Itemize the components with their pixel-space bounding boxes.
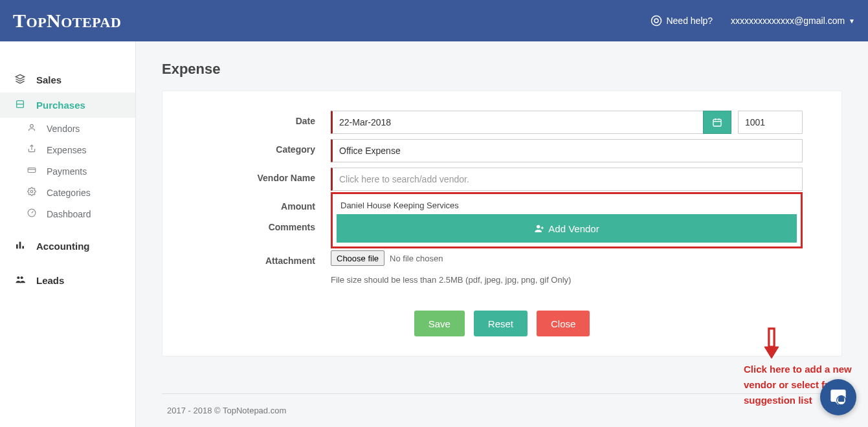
svg-point-15 bbox=[17, 276, 19, 279]
footer-copyright: 2017 - 2018 © TopNotepad.com bbox=[162, 393, 842, 427]
datepicker-button[interactable] bbox=[703, 111, 731, 134]
share-icon bbox=[26, 144, 38, 155]
add-vendor-label: Add Vendor bbox=[548, 223, 599, 234]
sidebar-item-categories[interactable]: Categories bbox=[0, 182, 135, 203]
svg-rect-14 bbox=[22, 246, 24, 248]
svg-line-11 bbox=[32, 212, 33, 213]
number-input[interactable] bbox=[738, 111, 803, 134]
file-status: No file chosen bbox=[390, 254, 443, 263]
annotation-arrow-icon bbox=[763, 327, 780, 360]
vendor-input[interactable] bbox=[331, 168, 803, 191]
file-hint: File size should be less than 2.5MB (pdf… bbox=[331, 275, 803, 285]
chart-icon bbox=[14, 240, 26, 252]
label-category: Category bbox=[201, 139, 331, 155]
help-icon bbox=[651, 15, 662, 27]
expense-form: Date Category Vendor bbox=[162, 91, 842, 356]
label-date: Date bbox=[201, 111, 331, 126]
label-vendor: Vendor Name bbox=[201, 168, 331, 183]
chat-widget[interactable] bbox=[820, 379, 856, 415]
svg-point-0 bbox=[652, 16, 662, 26]
date-input[interactable] bbox=[331, 111, 703, 134]
sidebar-label: Accounting bbox=[36, 241, 90, 252]
sidebar-label: Leads bbox=[36, 275, 64, 286]
svg-point-16 bbox=[21, 276, 23, 279]
sidebar-item-vendors[interactable]: Vendors bbox=[0, 118, 135, 139]
svg-point-21 bbox=[537, 225, 540, 228]
category-input[interactable] bbox=[331, 139, 803, 162]
label-amount: Amount bbox=[201, 196, 331, 212]
layers-icon bbox=[14, 74, 26, 86]
add-vendor-button[interactable]: Add Vendor bbox=[337, 214, 797, 243]
user-icon bbox=[26, 123, 38, 134]
sidebar-sub-label: Categories bbox=[47, 188, 91, 198]
sidebar-sub-label: Vendors bbox=[47, 124, 80, 134]
user-menu[interactable]: xxxxxxxxxxxxxx@gmail.com ▼ bbox=[731, 16, 855, 26]
sidebar-item-dashboard[interactable]: Dashboard bbox=[0, 203, 135, 224]
sidebar-sub-label: Expenses bbox=[47, 145, 86, 155]
chat-icon bbox=[829, 388, 847, 406]
brand-logo: TOPNOTEPAD bbox=[13, 10, 121, 32]
sidebar-item-expenses[interactable]: Expenses bbox=[0, 139, 135, 160]
choose-file-button[interactable]: Choose file bbox=[331, 250, 384, 266]
user-email: xxxxxxxxxxxxxx@gmail.com bbox=[731, 16, 845, 26]
sidebar: Sales Purchases Vendors Expenses Payment… bbox=[0, 41, 136, 427]
help-label: Need help? bbox=[666, 16, 713, 26]
top-bar: TOPNOTEPAD Need help? xxxxxxxxxxxxxx@gma… bbox=[0, 0, 868, 41]
gauge-icon bbox=[26, 208, 38, 219]
svg-marker-25 bbox=[764, 347, 779, 358]
close-button[interactable]: Close bbox=[537, 311, 590, 336]
page-title: Expense bbox=[162, 61, 842, 78]
sidebar-label: Purchases bbox=[36, 100, 85, 111]
vendor-suggestion-item[interactable]: Daniel House Keeping Services bbox=[337, 197, 797, 214]
reset-button[interactable]: Reset bbox=[474, 311, 528, 336]
svg-rect-13 bbox=[19, 242, 21, 249]
svg-point-5 bbox=[30, 124, 34, 127]
label-attachment: Attachment bbox=[201, 250, 331, 266]
sidebar-sub-label: Dashboard bbox=[47, 209, 91, 219]
help-link[interactable]: Need help? bbox=[651, 15, 713, 27]
vendor-dropdown: Daniel House Keeping Services Add Vendor bbox=[331, 192, 803, 248]
svg-point-9 bbox=[30, 190, 33, 193]
svg-point-1 bbox=[654, 19, 658, 23]
svg-rect-26 bbox=[769, 329, 774, 347]
svg-rect-12 bbox=[16, 245, 18, 249]
sidebar-item-sales[interactable]: Sales bbox=[0, 67, 135, 93]
sidebar-item-accounting[interactable]: Accounting bbox=[0, 234, 135, 259]
square-icon bbox=[14, 99, 26, 111]
sidebar-item-payments[interactable]: Payments bbox=[0, 160, 135, 182]
person-plus-icon bbox=[534, 223, 544, 234]
sidebar-sub-label: Payments bbox=[47, 166, 87, 177]
sidebar-label: Sales bbox=[36, 74, 61, 85]
calendar-icon bbox=[712, 117, 722, 127]
caret-down-icon: ▼ bbox=[849, 17, 855, 25]
sidebar-item-leads[interactable]: Leads bbox=[0, 268, 135, 293]
label-comments: Comments bbox=[201, 217, 331, 232]
users-icon bbox=[14, 274, 26, 287]
svg-marker-2 bbox=[16, 74, 24, 79]
sidebar-item-purchases[interactable]: Purchases bbox=[0, 93, 135, 118]
save-button[interactable]: Save bbox=[414, 311, 465, 336]
gear-icon bbox=[26, 187, 38, 198]
card-icon bbox=[26, 166, 38, 177]
svg-rect-7 bbox=[28, 168, 36, 173]
svg-rect-17 bbox=[713, 119, 721, 126]
